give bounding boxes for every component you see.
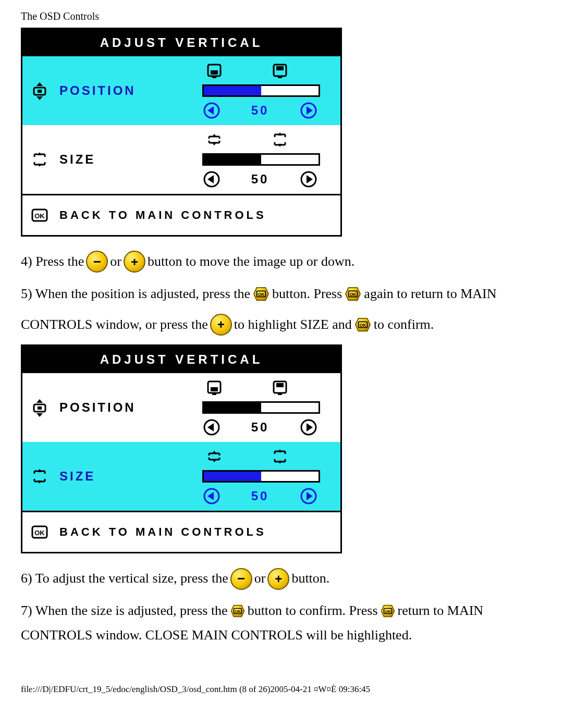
size-value: 50 <box>242 172 278 187</box>
size-progress <box>202 470 320 483</box>
right-arrow-icon[interactable] <box>299 170 318 189</box>
ok-button-icon <box>252 286 270 302</box>
step6-text-a: 6) To adjust the vertical size, press th… <box>21 566 228 591</box>
size-label: SIZE <box>59 469 95 484</box>
osd-header: ADJUST VERTICAL <box>22 29 340 56</box>
size-label: SIZE <box>59 152 95 167</box>
screen-low-icon <box>205 378 224 397</box>
osd-row-position[interactable]: POSITION 50 <box>22 56 340 125</box>
step4-text-b: or <box>110 250 121 274</box>
right-arrow-icon[interactable] <box>299 487 318 505</box>
plus-button-icon <box>124 251 145 273</box>
osd-footer-row[interactable]: BACK TO MAIN CONTROLS <box>22 511 340 552</box>
left-arrow-icon[interactable] <box>202 418 221 437</box>
step6-text-c: button. <box>291 566 329 591</box>
screen-high-icon <box>271 61 289 80</box>
osd-header: ADJUST VERTICAL <box>22 346 340 373</box>
step7-text-c: return to MAIN <box>398 599 484 623</box>
right-arrow-icon[interactable] <box>299 418 318 437</box>
ok-button-icon <box>354 317 372 332</box>
size-value: 50 <box>242 489 278 503</box>
step-4: 4) Press the or button to move the image… <box>21 250 542 274</box>
minus-button-icon <box>230 568 252 590</box>
back-label: BACK TO MAIN CONTROLS <box>59 208 266 222</box>
ok-button-icon <box>344 286 362 302</box>
step5-text-c: again to return to MAIN <box>364 282 496 306</box>
file-path-footer: file:///D|/EDFU/crt_19_5/edoc/english/OS… <box>21 684 542 695</box>
minus-button-icon <box>86 251 108 273</box>
vsize-large-icon <box>271 447 289 466</box>
plus-button-icon <box>210 314 232 336</box>
position-value: 50 <box>242 420 278 435</box>
size-progress <box>202 153 320 166</box>
ok-button-icon <box>380 604 396 618</box>
vsize-small-icon <box>205 130 224 149</box>
left-arrow-icon[interactable] <box>202 101 221 120</box>
vsize-icon <box>30 467 49 486</box>
osd-row-size[interactable]: SIZE 50 <box>22 442 340 511</box>
step4-text-a: 4) Press the <box>21 250 84 274</box>
vpos-icon <box>30 398 49 417</box>
step5-text-e: to highlight SIZE and <box>234 313 352 337</box>
vpos-icon <box>30 81 49 100</box>
vsize-large-icon <box>271 130 289 149</box>
position-progress <box>202 84 320 97</box>
step5-text-d: CONTROLS window, or press the <box>21 313 208 337</box>
step5-text-a: 5) When the position is adjusted, press … <box>21 282 250 306</box>
ok-icon <box>30 206 49 225</box>
osd-row-position[interactable]: POSITION 50 <box>22 373 340 442</box>
step7-text-b: button to confirm. Press <box>248 599 378 623</box>
step7-text-a: 7) When the size is adjusted, press the <box>21 599 228 623</box>
step5-text-b: button. Press <box>272 282 342 306</box>
vsize-icon <box>30 150 49 169</box>
step-7: 7) When the size is adjusted, press the … <box>21 599 542 648</box>
ok-button-icon <box>230 604 246 618</box>
position-progress <box>202 401 320 414</box>
plus-button-icon <box>267 568 289 590</box>
screen-low-icon <box>205 61 224 80</box>
position-label: POSITION <box>59 83 136 98</box>
osd-footer-row[interactable]: BACK TO MAIN CONTROLS <box>22 194 340 235</box>
page-title: The OSD Controls <box>21 10 542 22</box>
left-arrow-icon[interactable] <box>202 170 221 189</box>
vsize-small-icon <box>205 447 224 466</box>
osd-panel-position: ADJUST VERTICAL POSITION 50 <box>21 28 342 237</box>
step7-text-d: CONTROLS window. CLOSE MAIN CONTROLS wil… <box>21 623 412 648</box>
position-value: 50 <box>242 103 278 118</box>
osd-row-size[interactable]: SIZE 50 <box>22 125 340 194</box>
right-arrow-icon[interactable] <box>299 101 318 120</box>
screen-high-icon <box>271 378 289 397</box>
step-5: 5) When the position is adjusted, press … <box>21 282 542 337</box>
step4-text-c: button to move the image up or down. <box>148 250 354 274</box>
ok-icon <box>30 523 49 541</box>
step5-text-f: to confirm. <box>374 313 434 337</box>
step-6: 6) To adjust the vertical size, press th… <box>21 566 542 591</box>
osd-panel-size: ADJUST VERTICAL POSITION 50 <box>21 344 342 553</box>
left-arrow-icon[interactable] <box>202 487 221 505</box>
position-label: POSITION <box>59 400 136 415</box>
step6-text-b: or <box>254 566 266 591</box>
back-label: BACK TO MAIN CONTROLS <box>59 525 266 539</box>
